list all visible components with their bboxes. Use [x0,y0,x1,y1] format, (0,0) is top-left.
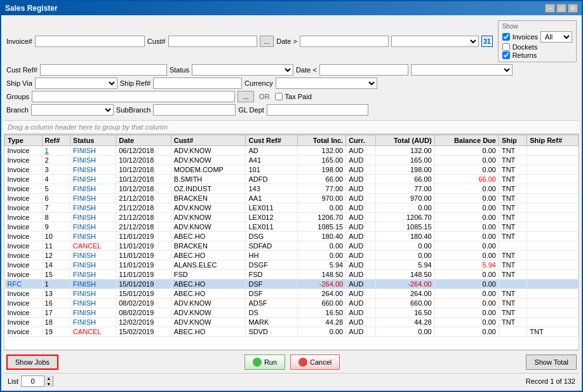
cell-curr: AUD [346,222,376,232]
cell-status: FINISH [70,222,116,232]
cell-total-inc: 66.00 [297,175,345,184]
table-row[interactable]: Invoice 5 FINISH 10/12/2018 OZ.INDUST 14… [5,184,579,194]
table-row[interactable]: Invoice 17 FINISH 08/02/2019 ADV.KNOW DS… [5,308,579,318]
groups-input[interactable] [32,91,235,102]
date-gt-input[interactable] [300,36,389,47]
spinner-down[interactable]: ▼ [44,381,53,387]
cell-balance-due: 0.00 [434,232,499,241]
cell-cust: ADV.KNOW [171,213,246,222]
table-row[interactable]: Invoice 4 FINISH 10/12/2018 B.SMITH ADFD… [5,175,579,184]
table-row[interactable]: Invoice 15 FINISH 11/01/2019 FSD FSD 148… [5,270,579,280]
cell-ship: TNT [499,184,526,194]
cell-curr: AUD [346,175,376,184]
invoices-select[interactable]: All [540,31,572,43]
window-title: Sales Register [5,4,58,13]
cell-curr: AUD [346,241,376,251]
table-row[interactable]: Invoice 14 FINISH 11/01/2019 ALANS.ELEC … [5,260,579,270]
col-total-aud[interactable]: Total (AUD) [375,135,434,146]
branch-select[interactable] [31,104,114,116]
dockets-checkbox[interactable] [502,43,510,51]
col-cust[interactable]: Cust# [171,135,246,146]
gl-dept-input[interactable] [267,104,368,116]
table-row[interactable]: Invoice 3 FINISH 10/12/2018 MODEM.COMP 1… [5,165,579,175]
table-row[interactable]: Invoice 9 FINISH 21/12/2018 ADV.KNOW LEX… [5,222,579,232]
col-ref[interactable]: Ref# [42,135,70,146]
invoices-checkbox[interactable] [502,33,510,41]
table-row[interactable]: Invoice 16 FINISH 08/02/2019 ADV.KNOW AD… [5,299,579,308]
col-status[interactable]: Status [70,135,116,146]
returns-checkbox[interactable] [502,51,510,59]
ship-ref-input[interactable] [153,78,242,89]
invoice-input[interactable] [35,36,145,47]
cell-ship [499,327,526,337]
col-cust-ref[interactable]: Cust Ref# [246,135,297,146]
table-row[interactable]: Invoice 12 FINISH 11/01/2019 ABEC.HO HH … [5,251,579,260]
table-row[interactable]: Invoice 19 CANCEL 15/02/2019 ABEC.HO SDV… [5,327,579,337]
cell-total-inc: 264.00 [297,289,345,299]
cell-cust-ref: DSF [246,280,297,289]
cell-status: FINISH [70,156,116,165]
subbranch-input[interactable] [153,104,236,116]
show-total-button[interactable]: Show Total [526,355,577,370]
calendar-button[interactable]: 31 [481,36,492,47]
cell-cust-ref: A41 [246,156,297,165]
col-ship[interactable]: Ship [499,135,526,146]
col-ship-ref[interactable]: Ship Ref# [527,135,579,146]
minimize-button[interactable]: ─ [545,4,555,13]
cell-total-inc: 16.50 [297,308,345,318]
table-row[interactable]: Invoice 18 FINISH 12/02/2019 ADV.KNOW MA… [5,318,579,327]
cust-input[interactable] [168,36,257,47]
cust-ref-input[interactable] [40,64,167,76]
cell-cust: B.SMITH [171,175,246,184]
cell-ref: 1 [42,280,70,289]
table-row[interactable]: Invoice 1 FINISH 06/12/2018 ADV.KNOW AD … [5,146,579,156]
date-lt-input[interactable] [319,64,408,76]
status-select[interactable] [192,64,293,76]
cell-ship: TNT [499,194,526,203]
cell-balance-due: 0.00 [434,146,499,156]
table-row[interactable]: Invoice 8 FINISH 21/12/2018 ADV.KNOW LEX… [5,213,579,222]
table-row[interactable]: Invoice 10 FINISH 11/01/2019 ABEC.HO DSG… [5,232,579,241]
col-balance-due[interactable]: Balance Due [434,135,499,146]
table-row[interactable]: Invoice 6 FINISH 21/12/2018 BRACKEN AA1 … [5,194,579,203]
cell-balance-due: 0.00 [434,156,499,165]
col-total-inc[interactable]: Total Inc. [297,135,345,146]
list-spinner[interactable]: ▲ ▼ [21,375,53,387]
date-lt-select[interactable] [411,64,513,76]
date-gt-select[interactable] [391,36,479,47]
table-row[interactable]: Invoice 2 FINISH 10/12/2018 ADV.KNOW A41… [5,156,579,165]
cell-status: FINISH [70,165,116,175]
currency-select[interactable] [276,78,377,89]
cell-total-inc: 0.00 [297,327,345,337]
table-row[interactable]: Invoice 11 CANCEL 11/01/2019 BRACKEN SDF… [5,241,579,251]
cell-ship-ref [527,289,579,299]
cancel-button[interactable]: Cancel [290,355,340,370]
cust-dots-button[interactable]: ... [260,36,274,47]
col-date[interactable]: Date [116,135,171,146]
cell-ship-ref [527,318,579,327]
cell-ship-ref [527,146,579,156]
cell-ship: TNT [499,270,526,280]
tax-paid-checkbox[interactable] [275,93,283,100]
list-spinner-input[interactable] [22,376,44,386]
close-button[interactable]: ✕ [568,4,578,13]
cell-curr: AUD [346,289,376,299]
col-type[interactable]: Type [5,135,43,146]
table-row[interactable]: Invoice 7 FINISH 21/12/2018 ADV.KNOW LEX… [5,203,579,213]
cell-ship: TNT [499,232,526,241]
cell-date: 11/01/2019 [116,232,171,241]
groups-dots-button[interactable]: ... [238,91,254,102]
cell-type: Invoice [5,146,43,156]
cell-total-aud: 1085.15 [375,222,434,232]
table-container[interactable]: Type Ref# Status Date Cust# Cust Ref# To… [4,134,579,350]
restore-button[interactable]: ▭ [556,4,566,13]
spinner-up[interactable]: ▲ [44,375,53,381]
col-curr[interactable]: Curr. [346,135,376,146]
cell-curr: AUD [346,165,376,175]
show-jobs-button[interactable]: Show Jobs [6,355,58,370]
run-button[interactable]: Run [245,355,285,370]
ship-via-select[interactable] [35,78,117,89]
cell-ref: 9 [42,222,70,232]
table-row[interactable]: RFC 1 FINISH 15/01/2019 ABEC.HO DSF -264… [5,280,579,289]
table-row[interactable]: Invoice 13 FINISH 15/01/2019 ABEC.HO DSF… [5,289,579,299]
